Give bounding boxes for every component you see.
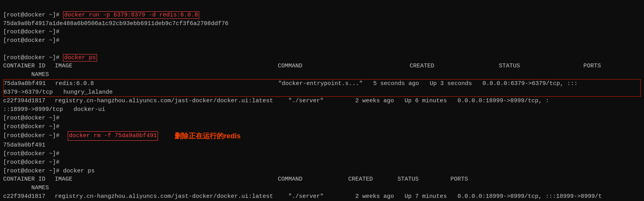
line-empty-2: [root@docker ~]#	[3, 36, 641, 45]
header2-container-id: CONTAINER ID	[3, 175, 44, 184]
row3-image: registry.cn-hangzhou.aliyuncs.com/jast-d…	[55, 192, 278, 201]
prompt-ps1: [root@docker ~]#	[3, 54, 63, 61]
header-command: COMMAND	[278, 62, 364, 71]
header2-ports: PORTS	[450, 176, 468, 183]
cmd-rm: docker rm -f 75da9a0bf491	[68, 131, 158, 141]
row2-status: Up 6 minutes	[405, 98, 447, 104]
cmd-ps-1: docker ps	[63, 54, 97, 62]
header-status: STATUS	[499, 62, 552, 71]
header2-created: CREATED	[348, 176, 373, 183]
line-docker-ps-2: [root@docker ~]# docker ps	[3, 167, 641, 176]
ps-row2-line2: ::18999->8999/tcp docker-ui	[3, 105, 641, 114]
row1-id: 75da9a0bf491	[4, 80, 45, 88]
header2-status: STATUS	[398, 176, 419, 183]
cmd-run: docker run -p 6379:6379 -d redis:6.0.8	[63, 11, 199, 19]
row3-ports: 0.0.0.0:18999->8999/tcp, :::18999->8999/…	[457, 193, 602, 200]
redis-container-row: 75da9a0bf491 redis:6.0.8"docker-entrypoi…	[3, 79, 641, 97]
line-empty-5: [root@docker ~]#	[3, 150, 641, 158]
row2-name: docker-ui	[74, 106, 105, 113]
line-1: [root@docker ~]# docker run -p 6379:6379…	[3, 2, 641, 20]
rm-output: 75da9a0bf491	[3, 141, 641, 150]
row2-ports: 0.0.0.0:18999->8999/tcp, :	[457, 98, 549, 104]
ps-row3-line1: c22f394d1817 registry.cn-hangzhou.aliyun…	[3, 192, 641, 201]
row2-id: c22f394d1817	[3, 97, 44, 105]
row2-command: "./server"	[288, 98, 324, 104]
ps-row2-line1: c22f394d1817 registry.cn-hangzhou.aliyun…	[3, 97, 641, 105]
ps-header-row: CONTAINER ID IMAGECOMMAND CREATED STATUS…	[3, 62, 641, 71]
row3-status: Up 7 minutes	[405, 193, 447, 200]
rm-annotation-container: [root@docker ~]# docker rm -f 75da9a0bf4…	[3, 131, 641, 141]
row3-id: c22f394d1817	[3, 192, 44, 201]
header-image: IMAGE	[55, 62, 278, 71]
rm-prompt: [root@docker ~]#	[3, 132, 63, 140]
line-empty-6: [root@docker ~]#	[3, 158, 641, 167]
line-hash: 75da9a0bf4917a1de488a6b0506a1c92cb93ebb6…	[3, 20, 641, 28]
row3-command: "./server"	[288, 193, 324, 200]
line-empty-3: [root@docker ~]#	[3, 114, 641, 123]
row1-name: hungry_lalande	[63, 89, 113, 96]
prompt-1: [root@docker ~]#	[3, 12, 63, 18]
header-created: CREATED	[410, 62, 474, 71]
ps-names-header: NAMES	[3, 71, 641, 79]
row1-created: 5 seconds ago	[373, 80, 419, 87]
header2-command: COMMAND	[278, 176, 302, 183]
ps-names-header-2: NAMES	[3, 184, 641, 192]
header2-names: NAMES	[31, 185, 49, 191]
row1-ports: 0.0.0.0:6379->6379/tcp, :::	[482, 80, 577, 87]
header-names: NAMES	[31, 71, 49, 78]
annotation-text: 删除正在运行的redis	[174, 131, 241, 141]
ps-row1-line2: 6379->6379/tcp hungry_lalande	[4, 88, 640, 97]
header-container-id: CONTAINER ID	[3, 62, 44, 71]
line-empty-1: [root@docker ~]#	[3, 28, 641, 36]
line-docker-ps-1: [root@docker ~]# docker ps	[3, 45, 641, 62]
row2-ports-extra: ::18999->8999/tcp	[3, 106, 63, 113]
ps-row1-line1: 75da9a0bf491 redis:6.0.8"docker-entrypoi…	[4, 80, 640, 88]
row1-ports-extra: 6379->6379/tcp	[4, 89, 53, 96]
line-empty-4: [root@docker ~]#	[3, 123, 641, 131]
row2-created: 2 weeks ago	[355, 98, 394, 104]
row1-image: redis:6.0.8	[55, 80, 278, 88]
row1-status: Up 3 seconds	[430, 80, 472, 87]
row1-command: "docker-entrypoint.s..."	[278, 80, 363, 87]
ps-header-row-2: CONTAINER ID IMAGECOMMAND CREATED STATUS…	[3, 175, 641, 184]
header2-image: IMAGE	[55, 175, 278, 184]
header-ports: PORTS	[583, 63, 601, 69]
row3-created: 2 weeks ago	[355, 193, 394, 200]
row2-image: registry.cn-hangzhou.aliyuncs.com/jast-d…	[55, 97, 278, 105]
